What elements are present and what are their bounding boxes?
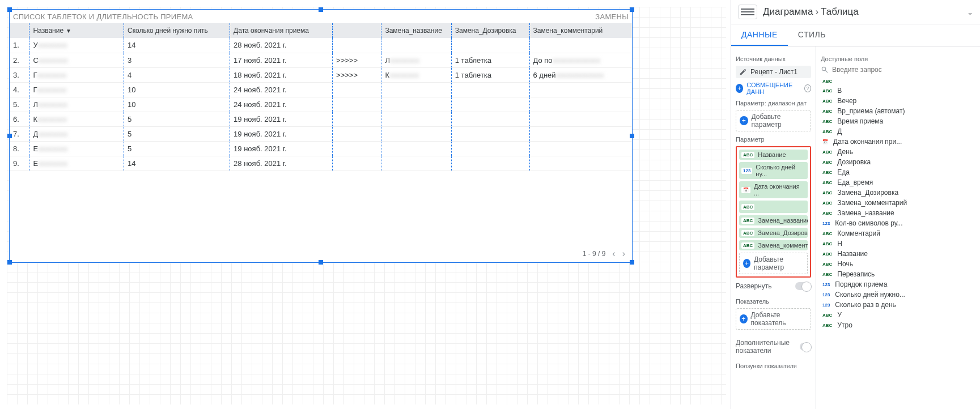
dimension-chip[interactable]: ABCЗамена_коммент... <box>739 240 808 250</box>
table-row: 5. Лxxxxxxxx 10 24 нояб. 2021 г. <box>10 97 632 112</box>
resize-handle[interactable] <box>7 7 12 12</box>
field-label: Н <box>837 240 842 248</box>
field-label: Комментарий <box>837 229 880 237</box>
field-search-input[interactable] <box>832 66 975 74</box>
rownum: 6. <box>10 112 29 126</box>
dimension-chip[interactable]: 123Сколько дней ну... <box>739 162 808 179</box>
cell-end: 28 нояб. 2021 г. <box>230 38 333 53</box>
resize-handle[interactable] <box>7 134 12 138</box>
available-field[interactable]: ABCЕда <box>821 167 975 177</box>
dim-label: Название <box>758 151 786 158</box>
available-field[interactable]: ABCВ <box>821 86 975 96</box>
help-icon[interactable]: ? <box>804 84 811 92</box>
available-field[interactable]: ABCВремя приема <box>821 116 975 126</box>
available-field[interactable]: ABCВр_приема (автомат) <box>821 106 975 116</box>
resize-handle[interactable] <box>630 260 634 265</box>
type-badge: ABC <box>821 88 834 94</box>
col-name[interactable]: Название▼ <box>29 23 124 38</box>
available-field[interactable]: ABCЗамена_название <box>821 208 975 218</box>
available-field[interactable]: ABCПерезапись <box>821 269 975 279</box>
dimension-chip[interactable]: ABCЗамена_Дозиров... <box>739 228 808 238</box>
add-date-param-button[interactable]: + Добавьте параметр <box>736 110 811 131</box>
available-field[interactable]: ABCУ <box>821 310 975 320</box>
available-field[interactable]: ABCЕда_время <box>821 177 975 188</box>
deploy-toggle[interactable] <box>795 282 811 290</box>
type-badge: ABC <box>821 271 834 278</box>
col-zdose[interactable]: Замена_Дозировка <box>451 23 529 38</box>
type-badge: 123 <box>821 302 831 308</box>
add-metric-button[interactable]: + Добавьте показатель <box>736 308 811 330</box>
available-field[interactable]: ABCНазвание <box>821 249 975 259</box>
cell-days: 14 <box>124 156 230 171</box>
col-zcomment[interactable]: Замена_комментарий <box>529 23 632 38</box>
available-field[interactable]: ABCЗамена_Дозировка <box>821 188 975 198</box>
pencil-icon <box>739 68 747 76</box>
col-end[interactable]: Дата окончания приема <box>230 23 333 38</box>
dimension-chip[interactable]: ABC <box>739 201 808 213</box>
tab-data[interactable]: ДАННЫЕ <box>731 24 788 46</box>
extra-metric-toggle[interactable] <box>800 343 811 351</box>
available-field[interactable]: ABCДозировка <box>821 157 975 167</box>
cell-zdose <box>451 141 529 156</box>
add-dimension-button[interactable]: +Добавьте параметр <box>739 253 808 274</box>
cell-zname <box>381 112 451 126</box>
type-badge: ABC <box>821 180 834 186</box>
type-badge: ABC <box>821 210 834 216</box>
available-field[interactable]: ABCН <box>821 238 975 249</box>
table-row: 1. Уxxxxxxxx 14 28 нояб. 2021 г. <box>10 38 632 53</box>
type-badge: 123 <box>821 282 831 288</box>
col-days[interactable]: Сколько дней нужно пить <box>124 23 230 38</box>
available-field[interactable]: ABCУтро <box>821 320 975 330</box>
col-arrow[interactable] <box>333 23 381 38</box>
available-field[interactable]: ABCЗамена_комментарий <box>821 198 975 208</box>
resize-handle[interactable] <box>630 7 634 12</box>
dimension-chip[interactable]: ABCЗамена_название <box>739 215 808 225</box>
field-label: Утро <box>837 321 852 329</box>
type-badge: ABC <box>821 98 834 104</box>
type-badge: ABC <box>821 118 834 125</box>
resize-handle[interactable] <box>319 7 323 12</box>
field-label: Дозировка <box>837 158 871 166</box>
col-zname[interactable]: Замена_название <box>381 23 451 38</box>
available-field[interactable]: ABC <box>821 77 975 86</box>
resize-handle[interactable] <box>7 260 12 265</box>
cell-end: 19 нояб. 2021 г. <box>230 141 333 156</box>
cell-days: 4 <box>124 67 230 82</box>
chart-type-icon[interactable] <box>738 5 757 19</box>
cell-end: 28 нояб. 2021 г. <box>230 156 333 171</box>
available-field[interactable]: ABCНочь <box>821 259 975 269</box>
cell-name: Лxxxxxxxx <box>29 97 124 112</box>
table-chart-selected[interactable]: СПИСОК ТАБЛЕТОК И ДЛИТЕЛЬНОСТЬ ПРИЕМА ЗА… <box>9 9 633 263</box>
report-canvas[interactable]: СПИСОК ТАБЛЕТОК И ДЛИТЕЛЬНОСТЬ ПРИЕМА ЗА… <box>0 0 731 409</box>
available-field[interactable]: ABCКомментарий <box>821 228 975 238</box>
blend-data-button[interactable]: + СОВМЕЩЕНИЕ ДАНН ? <box>736 82 811 95</box>
available-field[interactable]: 123Сколько раз в день <box>821 300 975 310</box>
data-source-chip[interactable]: Рецепт - Лист1 <box>736 66 811 78</box>
cell-zdose <box>451 38 529 53</box>
field-label: Вечер <box>837 97 856 105</box>
available-field[interactable]: 📅Дата окончания при... <box>821 137 975 147</box>
resize-handle[interactable] <box>630 134 634 138</box>
cell-zcomment <box>529 97 632 112</box>
search-icon <box>821 66 829 74</box>
field-label: В <box>837 87 842 95</box>
dimension-chip[interactable]: 📅Дата окончания ... <box>739 181 808 198</box>
cell-name: Еxxxxxxxx <box>29 156 124 171</box>
available-field[interactable]: 123Сколько дней нужно... <box>821 289 975 300</box>
chevron-down-icon[interactable]: ⌄ <box>967 8 973 16</box>
resize-handle[interactable] <box>319 260 323 265</box>
available-field[interactable]: ABCД <box>821 126 975 137</box>
type-badge: ABC <box>821 322 834 329</box>
cell-days: 10 <box>124 82 230 97</box>
dimension-chip[interactable]: ABCНазвание <box>739 150 808 160</box>
tab-style[interactable]: СТИЛЬ <box>788 24 836 46</box>
available-field[interactable]: ABCВечер <box>821 96 975 106</box>
pager-next-icon[interactable]: › <box>622 249 625 259</box>
col-rownum[interactable] <box>10 23 29 38</box>
available-field[interactable]: ABCДень <box>821 147 975 157</box>
pager-prev-icon[interactable]: ‹ <box>612 249 615 259</box>
type-badge: ABC <box>821 261 834 267</box>
type-badge: ABC <box>821 129 834 135</box>
available-field[interactable]: 123Кол-во символов ру... <box>821 218 975 228</box>
available-field[interactable]: 123Порядок приема <box>821 279 975 289</box>
